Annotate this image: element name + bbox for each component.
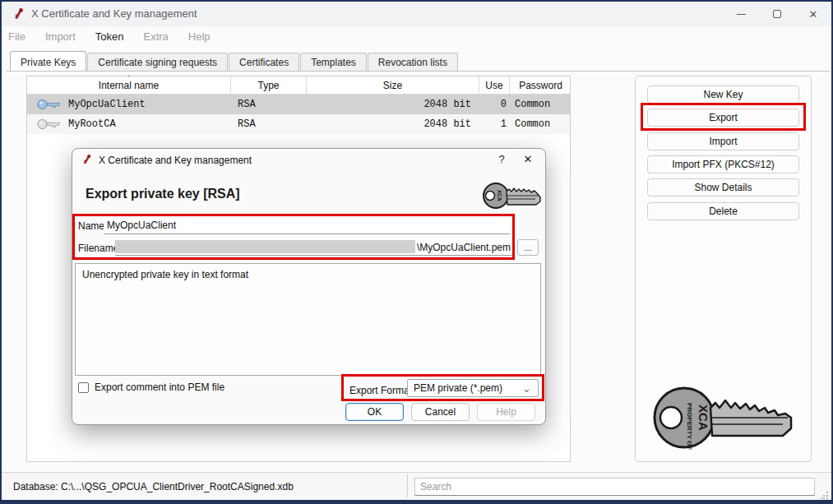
- table-row[interactable]: MyOpcUaClient RSA 2048 bit 0 Common: [27, 95, 570, 114]
- table-header-row: ˆ Internal name Type Size Use Password: [27, 76, 570, 95]
- key-size: 2048 bit: [307, 118, 479, 130]
- column-header-use[interactable]: Use: [479, 76, 510, 94]
- import-pfx-button[interactable]: Import PFX (PKCS#12): [647, 155, 799, 173]
- key-blue-icon: [37, 99, 62, 110]
- xca-app-icon: [12, 7, 25, 21]
- key-type: RSA: [231, 118, 307, 130]
- tab-revocation-lists[interactable]: Revocation lists: [368, 53, 458, 71]
- cancel-button[interactable]: Cancel: [411, 403, 470, 421]
- menu-help[interactable]: Help: [188, 30, 211, 43]
- svg-text:XCA: XCA: [497, 190, 502, 201]
- export-format-value: PEM private (*.pem): [414, 382, 502, 394]
- export-comment-label: Export comment into PEM file: [95, 381, 224, 393]
- svg-text:XCA: XCA: [696, 405, 710, 431]
- tab-templates[interactable]: Templates: [300, 53, 367, 71]
- sort-asc-icon: ˆ: [127, 74, 130, 82]
- resize-grip-icon[interactable]: [821, 491, 829, 499]
- tab-bar: Private Keys Certificate signing request…: [10, 51, 459, 71]
- minimize-icon: [737, 14, 746, 15]
- dialog-close-button[interactable]: ✕: [519, 153, 537, 168]
- dialog-help-button[interactable]: ?: [493, 153, 511, 168]
- checkbox-icon[interactable]: [78, 382, 89, 393]
- tab-csr[interactable]: Certificate signing requests: [87, 53, 228, 71]
- key-name: MyOpcUaClient: [68, 99, 146, 110]
- minimize-button[interactable]: [723, 2, 759, 26]
- export-comment-row[interactable]: Export comment into PEM file: [78, 381, 224, 393]
- key-gray-icon: [37, 118, 62, 130]
- maximize-button[interactable]: [759, 2, 795, 26]
- filename-label: Filename: [78, 243, 118, 254]
- show-details-button[interactable]: Show Details: [647, 178, 799, 197]
- export-button[interactable]: Export: [647, 109, 799, 127]
- search-input[interactable]: [414, 478, 815, 496]
- table-row[interactable]: MyRootCA RSA 2048 bit 1 Common: [27, 114, 570, 134]
- title-bar: X Certificate and Key management ✕: [2, 2, 831, 26]
- ok-button[interactable]: OK: [345, 403, 404, 421]
- window-title: X Certificate and Key management: [31, 7, 197, 20]
- maximize-icon: [773, 10, 781, 18]
- column-header-type[interactable]: Type: [231, 76, 307, 94]
- xca-main-window: X Certificate and Key management ✕ File …: [0, 0, 833, 504]
- statusbar-separator: [407, 474, 408, 497]
- export-key-dialog: X Certificate and Key management ? ✕ Exp…: [72, 148, 546, 425]
- column-header-password[interactable]: Password: [510, 76, 572, 94]
- filename-value: \MyOpcUaClient.pem: [415, 242, 512, 253]
- export-format-label: Export Format: [349, 385, 412, 396]
- dialog-heading: Export private key [RSA]: [86, 187, 240, 201]
- chevron-down-icon: ⌄: [522, 382, 531, 395]
- key-use: 1: [479, 118, 510, 130]
- column-header-size[interactable]: Size: [307, 76, 479, 94]
- filename-input[interactable]: \MyOpcUaClient.pem: [115, 239, 512, 256]
- menu-file[interactable]: File: [8, 30, 25, 43]
- key-description-box[interactable]: Unencrypted private key in text format: [75, 263, 541, 376]
- key-use: 0: [479, 99, 510, 110]
- key-size: 2048 bit: [307, 99, 479, 110]
- key-password: Common: [510, 99, 572, 110]
- status-bar: Database: C:\...\QSG_OPCUA_ClientDriver_…: [2, 473, 831, 500]
- name-label: Name: [78, 220, 104, 232]
- xca-app-icon: [81, 154, 93, 165]
- tab-divider: [7, 71, 830, 72]
- xca-key-logo: PROPERTY OF XCA: [651, 378, 798, 454]
- key-name: MyRootCA: [68, 118, 116, 130]
- export-format-select[interactable]: PEM private (*.pem) ⌄: [407, 379, 539, 397]
- key-icon: XCA: [482, 178, 541, 213]
- menu-import[interactable]: Import: [45, 30, 76, 43]
- menu-token[interactable]: Token: [95, 30, 124, 43]
- close-button[interactable]: ✕: [795, 2, 831, 26]
- filename-selected-text: [115, 240, 415, 253]
- key-type: RSA: [231, 99, 307, 110]
- delete-button[interactable]: Delete: [647, 202, 799, 220]
- menu-bar: File Import Token Extra Help: [2, 26, 831, 47]
- dialog-title: X Certificate and Key management: [99, 155, 252, 166]
- menu-extra[interactable]: Extra: [144, 30, 169, 43]
- new-key-button[interactable]: New Key: [647, 86, 799, 104]
- tab-private-keys[interactable]: Private Keys: [10, 51, 86, 71]
- database-path: Database: C:\...\QSG_OPCUA_ClientDriver_…: [13, 481, 294, 492]
- browse-button[interactable]: ...: [517, 239, 539, 256]
- dialog-title-bar: X Certificate and Key management ? ✕: [72, 149, 545, 171]
- close-icon: ✕: [809, 9, 818, 20]
- svg-text:PROPERTY OF: PROPERTY OF: [686, 403, 693, 450]
- import-button[interactable]: Import: [647, 132, 799, 150]
- help-button[interactable]: Help: [477, 403, 535, 421]
- key-password: Common: [510, 118, 572, 130]
- column-header-internal-name[interactable]: ˆ Internal name: [27, 76, 231, 94]
- tab-certificates[interactable]: Certificates: [229, 53, 299, 71]
- name-input[interactable]: [104, 217, 510, 234]
